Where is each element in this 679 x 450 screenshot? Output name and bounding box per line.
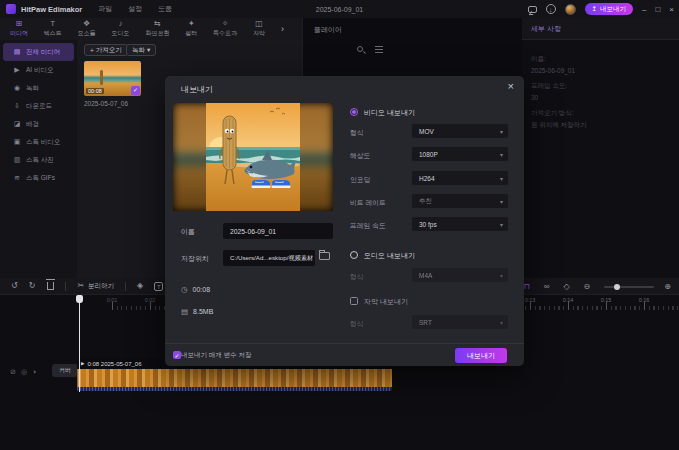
sidebar-item-all-media-label: 전체 미디어 bbox=[26, 48, 60, 57]
audio-export-radio[interactable] bbox=[350, 251, 358, 259]
split-scissors-icon[interactable]: ✂ bbox=[77, 281, 84, 291]
resolution-label: 해상도 bbox=[350, 151, 370, 161]
video-export-radio[interactable] bbox=[350, 108, 358, 116]
browse-folder-icon[interactable] bbox=[319, 252, 330, 260]
track-lock-icon[interactable]: ◎ bbox=[21, 368, 27, 376]
sidebar-item-download[interactable]: ⇩ 다운로드 bbox=[3, 97, 74, 115]
track-hide-icon[interactable]: ◑ bbox=[32, 368, 36, 376]
stock-photo-icon: ▥ bbox=[13, 156, 21, 164]
feedback-icon[interactable] bbox=[528, 6, 537, 13]
dialog-title: 내보내기 bbox=[181, 84, 213, 95]
subtitle-export-label: 자막 내보내기 bbox=[364, 297, 408, 307]
encoding-dropdown[interactable]: H264 bbox=[412, 171, 508, 185]
zoom-slider-knob[interactable] bbox=[614, 284, 620, 290]
menu-help[interactable]: 도움 bbox=[158, 4, 172, 14]
tab-subtitles-label: 자막 bbox=[253, 29, 265, 38]
sidebar-item-all-media[interactable]: ▤ 전체 미디어 bbox=[3, 43, 74, 61]
media-clip-name: 2025-05-07_06 bbox=[84, 100, 128, 107]
import-button[interactable]: + 가져오기 bbox=[84, 44, 128, 56]
maximize-button[interactable]: □ bbox=[655, 5, 660, 14]
redo-icon[interactable]: ↻ bbox=[29, 281, 36, 291]
framerate-dropdown[interactable]: 30 fps bbox=[412, 217, 508, 231]
snap-icon[interactable]: ⊓ bbox=[523, 282, 529, 292]
sort-icon[interactable] bbox=[375, 46, 383, 53]
save-path-input[interactable]: C:/Users/Ad...esktop/视频素材 bbox=[223, 250, 315, 266]
app-name: HitPaw Edimakor bbox=[21, 5, 82, 14]
subtitle-export-checkbox[interactable] bbox=[350, 297, 358, 305]
text-tool-icon[interactable]: T bbox=[154, 282, 163, 291]
stock-video-icon: ▣ bbox=[13, 138, 21, 146]
cover-button[interactable]: 커버 bbox=[52, 364, 78, 377]
media-sidebar: ▤ 전체 미디어 ▶ AI 비디오 ◉ 녹화 ⇩ 다운로드 ◪ 배경 ▣ 스톡 … bbox=[0, 40, 77, 278]
app-window: HitPaw Edimakor 파일 설정 도움 2025-06-09_01 ↓… bbox=[0, 0, 679, 450]
ruler-tick-label: 0:15 bbox=[601, 297, 612, 303]
dialog-close-icon[interactable]: × bbox=[508, 80, 514, 92]
save-params-checkbox[interactable] bbox=[173, 351, 181, 359]
framerate-label: 프레임 속도 bbox=[350, 221, 386, 231]
duration-row: ◷ 00:08 bbox=[181, 285, 210, 294]
tab-transitions-label: 화면전환 bbox=[145, 29, 169, 38]
zoom-in-icon[interactable]: ⊕ bbox=[664, 282, 671, 292]
dialog-export-button[interactable]: 내보내기 bbox=[455, 348, 507, 363]
menu-file[interactable]: 파일 bbox=[98, 4, 112, 14]
name-input[interactable]: 2025-06-09_01 bbox=[223, 223, 333, 239]
subtitle-format-dropdown[interactable]: SRT bbox=[412, 315, 508, 329]
tab-transitions[interactable]: ⇆ 화면전환 bbox=[145, 20, 169, 38]
bitrate-dropdown[interactable]: 추천 bbox=[412, 194, 508, 208]
timeline-zoom-slider[interactable] bbox=[604, 286, 654, 288]
marker-icon[interactable]: ◈ bbox=[137, 281, 143, 291]
audio-format-dropdown[interactable]: M4A bbox=[412, 268, 508, 282]
sidebar-item-ai-video[interactable]: ▶ AI 비디오 bbox=[3, 61, 74, 79]
player-panel-title: 플레이어 bbox=[314, 25, 342, 35]
transitions-icon: ⇆ bbox=[154, 20, 161, 28]
tab-effects[interactable]: ✧ 특수효과 bbox=[213, 20, 237, 38]
tab-media[interactable]: ⊞ 미디어 bbox=[10, 20, 28, 38]
name-label: 이름 bbox=[181, 227, 195, 237]
delete-icon[interactable] bbox=[47, 282, 54, 290]
track-mute-icon[interactable]: ⊘ bbox=[10, 368, 16, 376]
save-params-label: 내보내기 매개 변수 저장 bbox=[181, 351, 251, 360]
export-icon: ↥ bbox=[592, 5, 597, 13]
audio-export-label: 오디오 내보내기 bbox=[364, 251, 415, 261]
close-button[interactable]: × bbox=[669, 5, 674, 14]
export-dialog: 내보내기 × bbox=[165, 76, 524, 366]
tab-filter[interactable]: ✦ 필터 bbox=[185, 20, 197, 38]
undo-icon[interactable]: ↺ bbox=[11, 281, 18, 291]
resolution-dropdown[interactable]: 1080P bbox=[412, 147, 508, 161]
zoom-out-icon[interactable]: ⊖ bbox=[584, 282, 591, 292]
media-clip-thumbnail[interactable]: 00:08 ✓ bbox=[84, 61, 141, 96]
effects-icon: ✧ bbox=[222, 20, 229, 28]
import-button-label: 가져오기 bbox=[96, 46, 122, 55]
tab-details[interactable]: 세부 사항 bbox=[531, 24, 561, 34]
keyframe-icon[interactable]: ◇ bbox=[563, 282, 569, 292]
tabs-more-chevron-icon[interactable]: › bbox=[281, 24, 284, 34]
user-avatar[interactable] bbox=[565, 4, 576, 15]
link-icon[interactable]: ∞ bbox=[544, 282, 550, 292]
format-dropdown[interactable]: MOV bbox=[412, 124, 508, 138]
sidebar-item-background[interactable]: ◪ 배경 bbox=[3, 115, 74, 133]
search-icon[interactable] bbox=[357, 46, 363, 52]
sidebar-item-record[interactable]: ◉ 녹화 bbox=[3, 79, 74, 97]
split-label[interactable]: 분리하기 bbox=[88, 282, 114, 291]
playhead-line[interactable] bbox=[79, 296, 80, 392]
details-framerate-value: 30 bbox=[531, 94, 679, 101]
tab-elements[interactable]: ❖ 요소들 bbox=[78, 20, 96, 38]
sidebar-item-stock-gifs[interactable]: ≋ 스톡 GIFs bbox=[3, 169, 74, 187]
sidebar-item-stock-photo[interactable]: ▥ 스톡 사진 bbox=[3, 151, 74, 169]
tab-subtitles[interactable]: ◫ 자막 bbox=[253, 20, 265, 38]
menu-settings[interactable]: 설정 bbox=[128, 4, 142, 14]
timeline-toolbar-right: ⊓ ∞ ◇ ⊖ ⊕ bbox=[523, 278, 671, 295]
download-update-icon[interactable]: ↓ bbox=[546, 4, 556, 14]
titlebar-export-button[interactable]: ↥ 내보내기 bbox=[585, 3, 633, 15]
record-button[interactable]: 녹화 ▾ bbox=[126, 44, 156, 56]
encoding-label: 인코딩 bbox=[350, 175, 370, 185]
details-name-value: 2025-06-09_01 bbox=[531, 67, 679, 74]
minimize-button[interactable]: – bbox=[642, 5, 646, 14]
elements-icon: ❖ bbox=[83, 20, 90, 28]
tab-elements-label: 요소들 bbox=[78, 29, 96, 38]
tab-text[interactable]: T 텍스트 bbox=[44, 20, 62, 38]
sidebar-item-stock-video[interactable]: ▣ 스톡 비디오 bbox=[3, 133, 74, 151]
sidebar-item-ai-video-label: AI 비디오 bbox=[26, 66, 53, 75]
tab-audio[interactable]: ♪ 오디오 bbox=[112, 20, 130, 38]
details-import-method-label: 가져오기 방식: bbox=[531, 109, 679, 118]
